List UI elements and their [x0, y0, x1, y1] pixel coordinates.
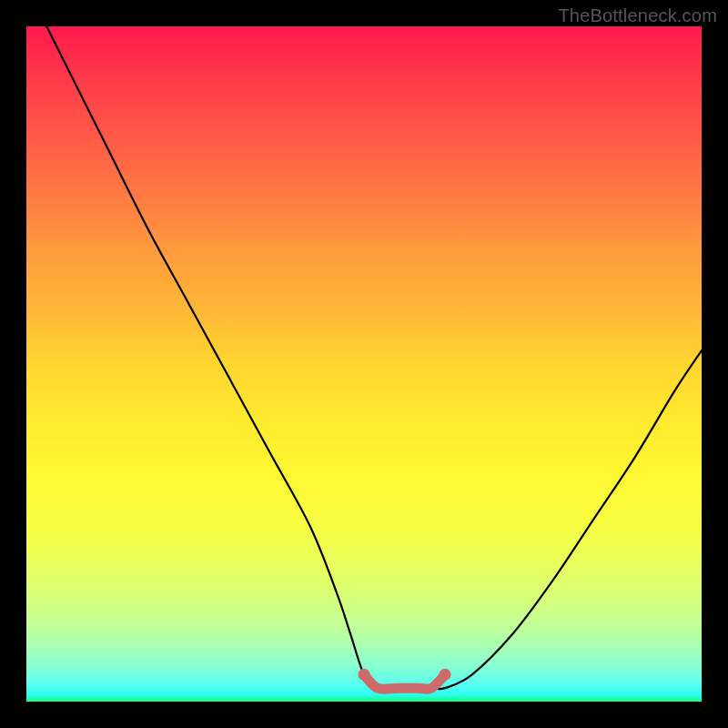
flat-highlight	[359, 669, 451, 689]
svg-point-0	[359, 669, 370, 681]
svg-point-1	[440, 669, 451, 681]
plot-area	[26, 26, 702, 702]
chart-container: TheBottleneck.com	[0, 0, 728, 728]
watermark-text: TheBottleneck.com	[558, 5, 717, 26]
chart-svg	[26, 26, 702, 702]
main-curve	[46, 26, 702, 689]
